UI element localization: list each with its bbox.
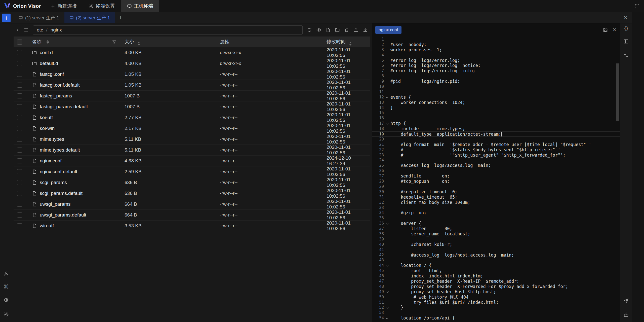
sftp-panel-toggle-icon[interactable] [622, 38, 630, 45]
refresh-icon[interactable] [305, 26, 314, 34]
open-file-tag[interactable]: nginx.conf [375, 26, 401, 34]
save-file-icon[interactable] [603, 27, 608, 32]
row-checkbox[interactable] [17, 158, 22, 163]
code-line[interactable]: 32 client_max_body_size 1048m; [372, 200, 620, 205]
upload-icon[interactable] [352, 26, 360, 34]
close-editor-icon[interactable]: × [613, 27, 616, 33]
row-checkbox[interactable] [17, 83, 22, 88]
code-line[interactable]: 24 [372, 158, 620, 163]
table-row[interactable]: fastcgi.conf1.05 KB-rw-r--r--2020-11-01 … [14, 69, 370, 80]
table-row[interactable]: win-utf3.53 KB-rw-r--r--2020-11-01 10:02… [14, 221, 370, 231]
code-line[interactable]: 43 [372, 258, 620, 263]
shortcut-command-icon[interactable]: ⌘ [4, 284, 9, 289]
table-row[interactable]: fastcgi_params.default1007 B-rw-r--r--20… [14, 101, 370, 112]
table-row[interactable]: mime.types.default5.11 KB-rw-r--r--2020-… [14, 145, 370, 156]
file-name[interactable]: nginx.conf.default [40, 169, 77, 174]
code-line[interactable]: 20 [372, 137, 620, 142]
file-name[interactable]: koi-win [40, 126, 55, 131]
code-line[interactable]: 53 [372, 310, 620, 315]
close-terminal-icon[interactable]: × [619, 15, 632, 21]
code-line[interactable]: 36 server { [372, 221, 620, 226]
code-line[interactable]: 26 [372, 168, 620, 173]
file-name[interactable]: mime.types.default [40, 147, 80, 153]
table-row[interactable]: fastcgi_params1007 B-rw-r--r--2020-11-01… [14, 91, 370, 101]
code-line[interactable]: 40 #charset koi8-r; [372, 242, 620, 247]
column-name[interactable]: 名称 [32, 39, 42, 45]
fold-chevron-icon[interactable] [386, 290, 388, 293]
tab-server-1[interactable]: (1) server-生产-1 [14, 12, 64, 23]
tab-server-2[interactable]: (2) server-生产-1 [64, 12, 115, 23]
table-row[interactable]: nginx.conf4.68 KB-rw-r--r--2024-12-10 16… [14, 156, 370, 166]
code-line[interactable]: 16 [372, 116, 620, 121]
nav-item-host-terminal[interactable]: 主机终端 [121, 0, 159, 12]
row-checkbox[interactable] [17, 93, 22, 98]
user-icon[interactable] [3, 270, 10, 277]
fold-chevron-icon[interactable] [386, 264, 388, 267]
show-hidden-eye-icon[interactable] [314, 26, 323, 34]
row-checkbox[interactable] [17, 223, 22, 228]
fold-chevron-icon[interactable] [386, 306, 388, 309]
table-row[interactable]: scgi_params636 B-rw-r--r--2020-11-01 10:… [14, 177, 370, 188]
code-line[interactable]: 11 [372, 89, 620, 95]
code-line[interactable]: 23 # '"$http_user_agent" "$http_x_forwar… [372, 153, 620, 158]
file-name[interactable]: conf.d [40, 50, 53, 55]
code-line[interactable]: 39 [372, 237, 620, 242]
row-checkbox[interactable] [17, 61, 22, 66]
code-line[interactable]: 38 server_name localhost; [372, 231, 620, 237]
code-line[interactable]: 42 #access_log logs/host.access.log main… [372, 253, 620, 258]
table-row[interactable]: koi-utf2.77 KB-rw-r--r--2020-11-01 10:02… [14, 112, 370, 123]
code-line[interactable]: 25 #access_log logs/access.log main; [372, 163, 620, 168]
new-tab-button[interactable]: + [115, 12, 126, 23]
file-name[interactable]: mime.types [40, 136, 64, 142]
row-checkbox[interactable] [17, 191, 22, 196]
breadcrumb-segment[interactable]: etc [37, 27, 43, 33]
code-line[interactable]: 7#error_log logs/error.log info; [372, 68, 620, 74]
code-editor[interactable]: 12#user nobody;3worker_processes 1;45#er… [372, 36, 620, 322]
code-line[interactable]: 34 #gzip on; [372, 210, 620, 216]
code-line[interactable]: 54 location /orion/api { [372, 315, 620, 321]
file-name[interactable]: win-utf [40, 223, 54, 229]
code-line[interactable]: 18 include mime.types; [372, 126, 620, 131]
new-folder-icon[interactable] [333, 26, 342, 34]
table-row[interactable]: scgi_params.default636 B-rw-r--r--2020-1… [14, 188, 370, 199]
send-command-icon[interactable] [622, 297, 630, 304]
editor-scrollbar[interactable] [616, 63, 619, 121]
file-name[interactable]: fastcgi_params.default [40, 104, 88, 110]
code-line[interactable]: 19 default_type application/octet-stream… [372, 131, 620, 137]
filter-funnel-icon[interactable] [112, 40, 116, 44]
code-line[interactable]: 35 [372, 216, 620, 221]
file-name[interactable]: default.d [40, 61, 58, 66]
table-row[interactable]: koi-win2.17 KB-rw-r--r--2020-11-01 10:02… [14, 123, 370, 134]
column-mtime[interactable]: 修改时间 [327, 39, 346, 44]
code-line[interactable]: 33 [372, 205, 620, 210]
row-checkbox[interactable] [17, 115, 22, 120]
row-checkbox[interactable] [17, 169, 22, 174]
code-line[interactable]: 52 } [372, 305, 620, 310]
fold-chevron-icon[interactable] [386, 316, 388, 319]
code-line[interactable]: 12events { [372, 95, 620, 100]
code-line[interactable]: 51 try_files $uri $uri/ /index.html; [372, 300, 620, 305]
table-row[interactable]: mime.types5.11 KB-rw-r--r--2020-11-01 10… [14, 134, 370, 145]
file-name[interactable]: koi-utf [40, 115, 53, 120]
breadcrumb-segment[interactable]: nginx [51, 27, 62, 33]
fold-chevron-icon[interactable] [386, 122, 388, 125]
select-all-checkbox[interactable] [17, 40, 22, 45]
code-line[interactable]: 27 sendfile on; [372, 173, 620, 179]
code-line[interactable]: 15 [372, 110, 620, 116]
download-icon[interactable] [361, 26, 370, 34]
code-line[interactable]: 30 #keepalive_timeout 0; [372, 189, 620, 195]
file-name[interactable]: uwsgi_params.default [40, 212, 86, 218]
code-line[interactable]: 45 root html; [372, 268, 620, 273]
file-name[interactable]: scgi_params [40, 180, 67, 185]
nav-item-terminal-settings[interactable]: 终端设置 [83, 0, 121, 12]
delete-trash-icon[interactable] [342, 26, 351, 34]
code-line[interactable]: 4 [372, 53, 620, 58]
table-row[interactable]: default.d4.00 KBdrwxr-xr-x2020-11-01 10:… [14, 58, 370, 69]
file-name[interactable]: scgi_params.default [40, 191, 83, 196]
code-line[interactable]: 6#error_log logs/error.log notice; [372, 63, 620, 68]
nav-item-new-connection[interactable]: 新建连接 [45, 0, 83, 12]
code-line[interactable]: 46 index index.html index.htm; [372, 273, 620, 279]
code-line[interactable]: 47 proxy_set_header X-Real-IP $remote_ad… [372, 279, 620, 284]
add-tab-button[interactable]: + [2, 14, 11, 22]
code-line[interactable]: 48 proxy_set_header X-Forwarded-For $pro… [372, 284, 620, 289]
